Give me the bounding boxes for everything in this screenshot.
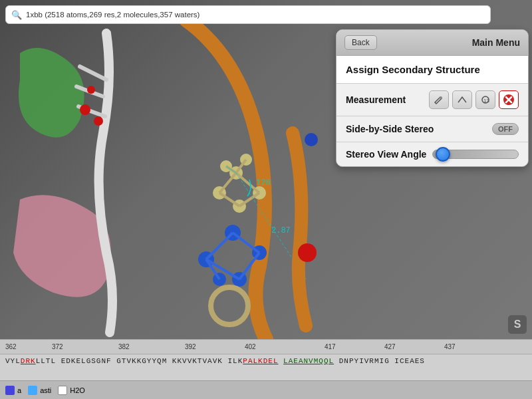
measurement-draw-button[interactable] (429, 90, 449, 109)
svg-point-30 (298, 243, 317, 262)
main-menu-label: Main Menu (472, 37, 520, 48)
slider-knob[interactable] (436, 147, 450, 162)
measurement-label-button[interactable]: 13 (475, 90, 495, 109)
measurement-angle-button[interactable] (452, 90, 472, 109)
sequence-bar: 362 372 382 392 402 417 427 437 VYLDRKLL… (0, 339, 532, 399)
measurement-row: Measurement 13 (336, 84, 528, 116)
legend-label-asti: asti (40, 386, 51, 394)
svg-line-20 (206, 233, 233, 259)
measurement-delete-button[interactable] (499, 90, 519, 109)
measurement-buttons: 13 (429, 90, 519, 109)
ruler-mark-437: 437 (444, 343, 456, 350)
sequence-ruler: 362 372 382 392 402 417 427 437 (0, 340, 532, 354)
sequence-line-1: VYLDRKLLTL EDKELGSGNF GTVKKGYYQM KKVVKTV… (5, 356, 527, 366)
measurement-label: Measurement (346, 94, 406, 105)
watermark-logo: S (508, 315, 527, 334)
svg-point-0 (80, 104, 90, 115)
legend-item-h2o: H2O (58, 386, 85, 395)
svg-point-31 (305, 133, 318, 146)
search-value: 1xbb (2518 atoms,269 res,2 molecules,357… (26, 11, 200, 19)
legend-bar: a asti H2O (0, 380, 532, 399)
search-icon: 🔍 (11, 10, 22, 20)
ruler-mark-382: 382 (118, 343, 130, 350)
ruler-mark-427: 427 (384, 343, 396, 350)
legend-label-h2o: H2O (70, 386, 85, 394)
ruler-mark-392: 392 (185, 343, 196, 350)
legend-color-h2o (58, 386, 67, 395)
svg-line-10 (219, 193, 239, 206)
stereo-label: Side-by-Side Stereo (346, 124, 434, 134)
legend-label-a: a (17, 386, 21, 394)
ruler-mark-372: 372 (52, 343, 63, 350)
scene-svg: 128 2.87 (0, 0, 332, 339)
assign-secondary-structure-item[interactable]: Assign Secondary Structure (336, 56, 528, 84)
stereo-angle-label: Stereo View Angle (346, 149, 426, 160)
ruler-mark-402: 402 (245, 343, 256, 350)
legend-item-asti: asti (28, 386, 51, 395)
svg-text:2.87: 2.87 (271, 226, 291, 235)
search-bar[interactable]: 🔍 1xbb (2518 atoms,269 res,2 molecules,3… (5, 5, 491, 24)
panel-header: Back Main Menu (336, 30, 528, 56)
svg-point-32 (440, 96, 442, 99)
stereo-toggle[interactable]: OFF (492, 123, 519, 135)
stereo-angle-slider[interactable] (432, 150, 519, 159)
legend-item-a: a (5, 386, 21, 395)
ruler-mark-417: 417 (325, 343, 336, 350)
ruler-mark-362: 362 (5, 343, 17, 350)
stereo-row: Side-by-Side Stereo OFF (336, 116, 528, 142)
back-button[interactable]: Back (344, 35, 377, 50)
svg-point-2 (87, 86, 95, 94)
legend-color-a (5, 386, 15, 395)
settings-panel: Back Main Menu Assign Secondary Structur… (336, 29, 529, 167)
sequence-text: VYLDRKLLTL EDKELGSGNF GTVKKGYYQM KKVVKTV… (0, 354, 532, 368)
svg-point-1 (94, 116, 103, 126)
svg-text:128: 128 (256, 178, 271, 188)
svg-line-9 (219, 173, 236, 193)
legend-color-asti (28, 386, 37, 395)
stereo-angle-row: Stereo View Angle (336, 142, 528, 166)
svg-text:13: 13 (483, 98, 489, 104)
svg-point-25 (211, 287, 248, 325)
